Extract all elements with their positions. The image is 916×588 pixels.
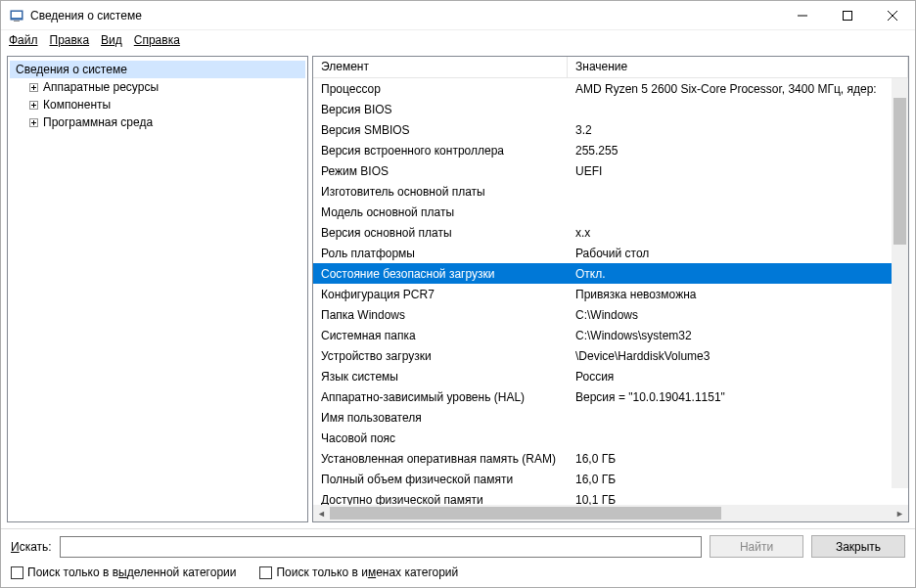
- minimize-button[interactable]: [780, 1, 825, 30]
- cell-value: AMD Ryzen 5 2600 Six-Core Processor, 340…: [568, 82, 908, 96]
- vertical-scrollbar[interactable]: [892, 78, 908, 488]
- check-selected-category[interactable]: Поиск только в выделенной категории: [11, 565, 236, 579]
- cell-value: 3.2: [568, 123, 908, 137]
- cell-value: Россия: [568, 370, 908, 384]
- scrollbar-thumb[interactable]: [893, 98, 906, 245]
- list-row[interactable]: Часовой пояс: [313, 428, 908, 448]
- cell-element: Процессор: [313, 82, 568, 96]
- content: Сведения о системе Аппаратные ресурсыКом…: [7, 56, 909, 522]
- scroll-left-arrow[interactable]: ◄: [313, 505, 330, 521]
- cell-value: х.х: [568, 226, 908, 240]
- cell-element: Установленная оперативная память (RAM): [313, 452, 568, 466]
- list-row[interactable]: Аппаратно-зависимый уровень (HAL)Версия …: [313, 386, 908, 407]
- find-button[interactable]: Найти: [710, 535, 803, 558]
- cell-value: C:\Windows\system32: [568, 329, 908, 342]
- list-row[interactable]: Версия BIOS: [313, 99, 908, 119]
- cell-element: Режим BIOS: [313, 164, 568, 178]
- list-row[interactable]: Состояние безопасной загрузкиОткл.: [313, 263, 908, 284]
- tree-item-label: Программная среда: [43, 115, 153, 129]
- list-body[interactable]: ПроцессорAMD Ryzen 5 2600 Six-Core Proce…: [313, 78, 908, 505]
- maximize-button[interactable]: [825, 1, 870, 30]
- list-row[interactable]: Имя пользователя: [313, 407, 908, 428]
- check-category-names[interactable]: Поиск только в именах категорий: [259, 565, 458, 579]
- search-input[interactable]: [60, 536, 702, 558]
- menubar: Файл Правка Вид Справка: [1, 30, 915, 50]
- tree-root[interactable]: Сведения о системе: [10, 61, 305, 78]
- menu-view[interactable]: Вид: [101, 33, 122, 47]
- list-row[interactable]: Устройство загрузки\Device\HarddiskVolum…: [313, 345, 908, 366]
- cell-value: 255.255: [568, 144, 908, 158]
- tree-pane[interactable]: Сведения о системе Аппаратные ресурсыКом…: [7, 56, 308, 522]
- cell-element: Версия SMBIOS: [313, 123, 568, 137]
- cell-element: Модель основной платы: [313, 205, 568, 219]
- search-label: Искать:: [11, 540, 52, 554]
- cell-element: Язык системы: [313, 370, 568, 384]
- list-row[interactable]: Модель основной платы: [313, 202, 908, 222]
- cell-value: C:\Windows: [568, 308, 908, 322]
- close-button[interactable]: [870, 1, 915, 30]
- cell-value: Рабочий стол: [568, 247, 908, 260]
- svg-rect-2: [14, 21, 20, 22]
- tree-item[interactable]: Программная среда: [10, 113, 305, 131]
- list-row[interactable]: Изготовитель основной платы: [313, 181, 908, 202]
- bottom-bar: Искать: Найти Закрыть Поиск только в выд…: [1, 528, 915, 587]
- scroll-right-arrow[interactable]: ►: [892, 505, 908, 521]
- expand-icon[interactable]: [27, 99, 39, 111]
- list-row[interactable]: Системная папкаC:\Windows\system32: [313, 325, 908, 345]
- cell-value: Откл.: [568, 267, 908, 281]
- cell-value: Версия = "10.0.19041.1151": [568, 390, 908, 404]
- column-header-value[interactable]: Значение: [568, 57, 908, 77]
- cell-element: Состояние безопасной загрузки: [313, 267, 568, 281]
- cell-element: Доступно физической памяти: [313, 493, 568, 506]
- tree-item[interactable]: Компоненты: [10, 96, 305, 113]
- checkbox-icon[interactable]: [259, 566, 272, 579]
- tree-item[interactable]: Аппаратные ресурсы: [10, 78, 305, 96]
- list-row[interactable]: Режим BIOSUEFI: [313, 160, 908, 181]
- cell-value: 16,0 ГБ: [568, 452, 908, 466]
- cell-element: Роль платформы: [313, 247, 568, 260]
- menu-edit[interactable]: Правка: [50, 33, 90, 47]
- list-row[interactable]: ПроцессорAMD Ryzen 5 2600 Six-Core Proce…: [313, 78, 908, 99]
- check-row: Поиск только в выделенной категории Поис…: [11, 565, 905, 579]
- checkbox-icon[interactable]: [11, 566, 23, 579]
- column-header-element[interactable]: Элемент: [313, 57, 568, 77]
- list-row[interactable]: Версия основной платых.х: [313, 222, 908, 243]
- list-row[interactable]: Версия встроенного контроллера255.255: [313, 140, 908, 160]
- cell-element: Изготовитель основной платы: [313, 185, 568, 199]
- cell-value: Привязка невозможна: [568, 288, 908, 301]
- list-row[interactable]: Доступно физической памяти10,1 ГБ: [313, 489, 908, 505]
- cell-element: Версия встроенного контроллера: [313, 144, 568, 158]
- menu-help[interactable]: Справка: [134, 33, 180, 47]
- list-row[interactable]: Роль платформыРабочий стол: [313, 243, 908, 263]
- tree-root-label: Сведения о системе: [16, 63, 127, 76]
- cell-element: Имя пользователя: [313, 411, 568, 425]
- cell-element: Часовой пояс: [313, 431, 568, 445]
- cell-value: 16,0 ГБ: [568, 473, 908, 486]
- scrollbar-thumb[interactable]: [330, 507, 721, 520]
- close-search-button[interactable]: Закрыть: [811, 535, 905, 558]
- cell-element: Системная папка: [313, 329, 568, 342]
- list-pane: Элемент Значение ПроцессорAMD Ryzen 5 26…: [312, 56, 909, 522]
- svg-rect-4: [844, 11, 852, 20]
- cell-value: UEFI: [568, 164, 908, 178]
- cell-element: Аппаратно-зависимый уровень (HAL): [313, 390, 568, 404]
- list-row[interactable]: Версия SMBIOS3.2: [313, 119, 908, 140]
- expand-icon[interactable]: [27, 81, 39, 93]
- list-row[interactable]: Полный объем физической памяти16,0 ГБ: [313, 469, 908, 489]
- search-row: Искать: Найти Закрыть: [11, 535, 905, 558]
- cell-value: 10,1 ГБ: [568, 493, 908, 506]
- list-row[interactable]: Установленная оперативная память (RAM)16…: [313, 448, 908, 469]
- list-row[interactable]: Конфигурация PCR7Привязка невозможна: [313, 284, 908, 304]
- cell-element: Устройство загрузки: [313, 349, 568, 363]
- expand-icon[interactable]: [27, 116, 39, 128]
- app-icon: [9, 8, 24, 23]
- horizontal-scrollbar[interactable]: ◄ ►: [313, 505, 908, 521]
- cell-element: Версия основной платы: [313, 226, 568, 240]
- cell-element: Папка Windows: [313, 308, 568, 322]
- list-row[interactable]: Язык системыРоссия: [313, 366, 908, 386]
- cell-value: \Device\HarddiskVolume3: [568, 349, 908, 363]
- cell-element: Полный объем физической памяти: [313, 473, 568, 486]
- window-title: Сведения о системе: [30, 9, 142, 23]
- menu-file[interactable]: Файл: [9, 33, 38, 47]
- list-row[interactable]: Папка WindowsC:\Windows: [313, 304, 908, 325]
